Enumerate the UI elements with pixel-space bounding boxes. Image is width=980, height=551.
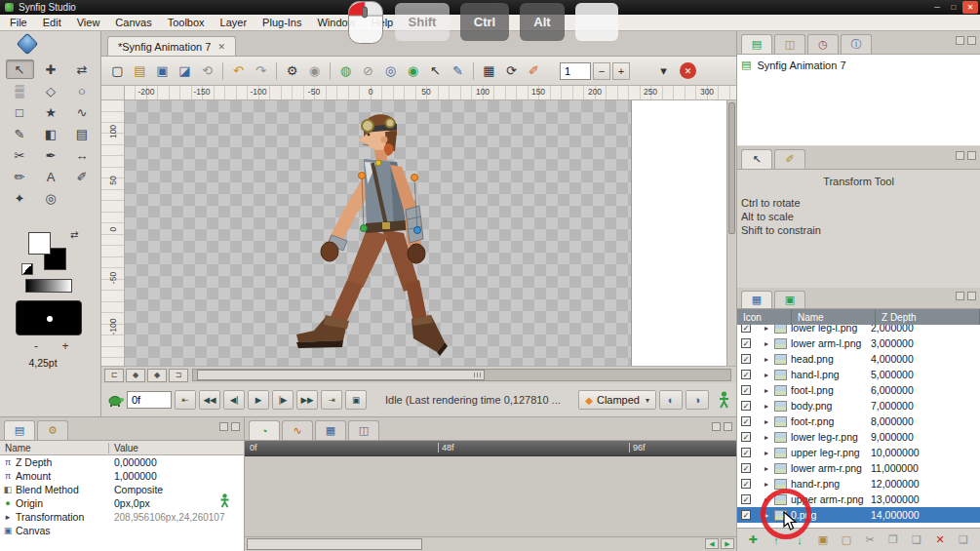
- canvas-vertical-scrollbar[interactable]: [726, 100, 736, 366]
- layer-checkbox[interactable]: ✓: [741, 338, 751, 348]
- param-value[interactable]: 1,000000: [109, 470, 244, 482]
- tab-metadata[interactable]: ◫: [348, 420, 379, 440]
- menu-view[interactable]: View: [69, 16, 108, 29]
- tool-circle[interactable]: ○: [68, 81, 97, 100]
- group-layer-button[interactable]: ▣: [813, 531, 833, 549]
- outline-color-swatch[interactable]: [28, 232, 51, 255]
- add-layer-button[interactable]: ✚: [743, 531, 763, 549]
- expander-icon[interactable]: ▸: [764, 371, 774, 379]
- increase-size-button[interactable]: +: [58, 339, 73, 353]
- bounds-past-button[interactable]: ⊏: [104, 369, 124, 382]
- tab-tool-options[interactable]: ↖: [741, 149, 772, 169]
- undo-button[interactable]: ↶: [228, 60, 249, 81]
- zoom-out-button[interactable]: −: [593, 62, 610, 80]
- tab-curves[interactable]: ∿: [282, 420, 313, 440]
- tab-children[interactable]: ⚙: [37, 420, 68, 440]
- expander-icon[interactable]: ▸: [764, 325, 774, 333]
- layer-row[interactable]: ✓▸head.png4,000000: [737, 351, 980, 367]
- expander-icon[interactable]: ▸: [764, 339, 774, 348]
- panel-controls[interactable]: [712, 422, 732, 431]
- bounds-future-button[interactable]: ⊐: [169, 369, 188, 382]
- toggle-quality-button[interactable]: ◍: [335, 60, 356, 81]
- expander-icon[interactable]: ▸: [764, 433, 774, 442]
- canvas-viewport[interactable]: [125, 100, 726, 366]
- default-gradient-swatch[interactable]: [25, 279, 72, 293]
- layer-row[interactable]: ✓▸lower leg-r.png9,000000: [737, 429, 980, 445]
- background-render-button[interactable]: ✐: [524, 60, 544, 81]
- menu-edit[interactable]: Edit: [35, 16, 69, 29]
- tool-rectangle[interactable]: □: [6, 102, 34, 122]
- keyframe-past-button[interactable]: ◆: [126, 369, 145, 382]
- keyframe-future-button[interactable]: ◆: [147, 369, 167, 382]
- column-icon[interactable]: Icon: [737, 309, 792, 325]
- copy-button[interactable]: ❐: [883, 531, 903, 549]
- layer-checkbox[interactable]: ✓: [741, 479, 751, 489]
- expander-icon[interactable]: ▸: [764, 402, 774, 411]
- layer-checkbox[interactable]: ✓: [741, 416, 751, 426]
- swap-colors-icon[interactable]: ⇄: [70, 229, 78, 240]
- tool-ink[interactable]: ✒: [37, 145, 65, 165]
- nav-right-button[interactable]: ▶: [721, 538, 734, 549]
- timetrack-nav-buttons[interactable]: ◀▶: [705, 538, 734, 549]
- reset-colors-icon[interactable]: [21, 263, 33, 275]
- panel-controls[interactable]: [956, 151, 976, 160]
- interpolation-dropdown[interactable]: ◆ Clamped ▾: [578, 390, 656, 410]
- play-button[interactable]: ▶: [248, 390, 269, 410]
- nav-left-button[interactable]: ◀: [705, 538, 719, 549]
- expander-icon[interactable]: ▸: [764, 417, 774, 426]
- scrollbar-thumb[interactable]: [728, 102, 735, 234]
- canvas-tab[interactable]: *Synfig Animation 7 ✕: [107, 36, 236, 56]
- next-keyframe-button[interactable]: ▶▶: [296, 390, 318, 410]
- layer-checkbox[interactable]: ✓: [741, 370, 751, 379]
- column-zdepth[interactable]: Z Depth: [876, 309, 980, 325]
- tab-layers[interactable]: ▦: [741, 291, 772, 308]
- origin-handle[interactable]: [361, 225, 368, 232]
- expander-icon[interactable]: ▸: [0, 512, 16, 522]
- tool-fill[interactable]: ◧: [37, 124, 65, 143]
- layer-row[interactable]: ✓▸lower arm-r.png11,000000: [737, 460, 980, 476]
- tab-recent[interactable]: ◷: [807, 34, 839, 54]
- param-row[interactable]: πAmount1,000000: [0, 469, 244, 483]
- layer-row[interactable]: ✓▸body.png7,000000: [737, 398, 980, 413]
- tool-gradient[interactable]: ▒: [6, 81, 34, 100]
- maximize-button[interactable]: □: [946, 1, 961, 14]
- time-slider[interactable]: [192, 369, 731, 381]
- tool-polygon[interactable]: ◇: [37, 81, 65, 100]
- current-time-input[interactable]: [127, 391, 172, 409]
- prev-keyframe-button[interactable]: ◀◀: [199, 390, 220, 410]
- tool-draw[interactable]: ✎: [6, 124, 34, 143]
- keyframe-lock-button[interactable]: ▣: [345, 390, 367, 410]
- mode-draw-button[interactable]: ✎: [448, 60, 468, 81]
- new-doc-button[interactable]: ▢: [107, 60, 128, 81]
- tool-brush[interactable]: ✐: [68, 167, 97, 186]
- open-button[interactable]: ▤: [130, 60, 150, 81]
- prev-frame-button[interactable]: ◀|: [223, 390, 245, 410]
- onion-past-button[interactable]: ◐: [659, 390, 683, 410]
- tool-cutout[interactable]: ✂: [6, 145, 34, 165]
- param-value[interactable]: 0,000000: [109, 456, 244, 468]
- tool-text[interactable]: ▤: [68, 124, 97, 143]
- decrease-size-button[interactable]: -: [28, 339, 44, 353]
- param-value[interactable]: 208,956106px,24,260107: [109, 512, 244, 523]
- minimize-button[interactable]: ─: [929, 1, 945, 14]
- tab-sets[interactable]: ▣: [774, 291, 805, 308]
- menu-layer[interactable]: Layer: [213, 16, 255, 29]
- tab-close-icon[interactable]: ✕: [217, 42, 225, 52]
- layer-checkbox[interactable]: ✓: [741, 494, 751, 504]
- tab-brush-options[interactable]: ✐: [774, 149, 805, 169]
- canvas-list-item[interactable]: ▤ Synfig Animation 7: [741, 59, 976, 71]
- time-slider-thumb[interactable]: [197, 370, 485, 380]
- skew-handle[interactable]: [375, 160, 381, 166]
- zoom-in-button[interactable]: +: [612, 62, 630, 80]
- toggle-onion-button[interactable]: ◉: [403, 60, 423, 81]
- layer-row[interactable]: ✓▸foot-r.png8,000000: [737, 413, 980, 429]
- param-row[interactable]: ●Origin0px,0px: [0, 496, 244, 510]
- layer-checkbox[interactable]: ✓: [741, 354, 751, 364]
- tab-history[interactable]: ◫: [774, 34, 805, 54]
- tab-params-track[interactable]: ▦: [315, 420, 346, 440]
- ungroup-layer-button[interactable]: ▢: [837, 531, 856, 549]
- rotation-handle[interactable]: [412, 175, 418, 181]
- animate-mode-icon[interactable]: [718, 391, 730, 409]
- tool-transform[interactable]: ↖: [6, 59, 34, 79]
- toggle-grid-button[interactable]: ⊘: [358, 60, 378, 81]
